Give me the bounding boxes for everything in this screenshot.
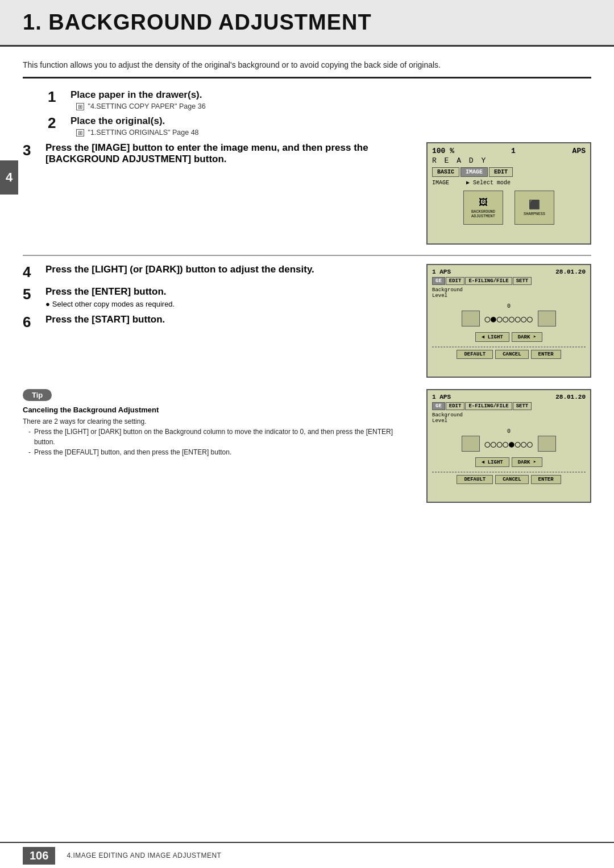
- step-2-title: Place the original(s).: [70, 115, 591, 127]
- step-5-content: Press the [ENTER] button. ● Select other…: [45, 286, 415, 308]
- tip-item-2: Press the [DEFAULT] button, and then pre…: [28, 447, 415, 457]
- step-5-title: Press the [ENTER] button.: [45, 286, 415, 297]
- lcd1-top-bar: 100 % 1 APS: [432, 147, 586, 155]
- lcd2-small-box-left: [462, 311, 480, 326]
- lcd3-label: BackgroundLevel: [432, 412, 586, 424]
- tip-intro: There are 2 ways for clearing the settin…: [23, 416, 415, 427]
- step-5-number: 5: [23, 286, 41, 303]
- lcd1-icon-sharpness[interactable]: ⬛ SHARPNESS: [515, 191, 554, 225]
- step-1-number: 1: [48, 89, 66, 105]
- lcd2-tabs: GE EDIT E-FILING/FILE SETT: [432, 277, 586, 285]
- lcd2-bottom-btns: DEFAULT CANCEL ENTER: [432, 350, 586, 359]
- lcd3-dots: ○○○○●○○○: [484, 439, 533, 449]
- lcd3-tab-efiling[interactable]: E-FILING/FILE: [465, 402, 512, 410]
- step-4-number: 4: [23, 264, 41, 280]
- step-1-row: 1 Place paper in the drawer(s). ⊞ "4.SET…: [48, 89, 591, 110]
- lcd1-tab-edit[interactable]: EDIT: [489, 167, 513, 177]
- lcd1-tab-basic[interactable]: BASIC: [432, 167, 459, 177]
- tip-badge: Tip: [23, 389, 52, 401]
- lcd1-tab-image[interactable]: IMAGE: [460, 167, 488, 177]
- lcd3-tab-edit[interactable]: EDIT: [446, 402, 465, 410]
- lcd1-nav-row: IMAGE ▶ Select mode: [432, 179, 586, 186]
- step-4-content: Press the [LIGHT] (or [DARK]) button to …: [45, 264, 415, 275]
- intro-text: This function allows you to adjust the d…: [23, 47, 591, 78]
- lcd3-light-dark-btns: ◄ LIGHT DARK ➤: [432, 457, 586, 467]
- lcd3-tab-ge[interactable]: GE: [432, 402, 445, 410]
- side-tab: 4: [0, 160, 18, 195]
- step-5-row: 5 Press the [ENTER] button. ● Select oth…: [23, 286, 415, 308]
- step-2-row: 2 Place the original(s). ⊞ "1.SETTING OR…: [48, 115, 591, 137]
- lcd2-tab-efiling[interactable]: E-FILING/FILE: [465, 277, 512, 285]
- lcd3-tabs: GE EDIT E-FILING/FILE SETT: [432, 402, 586, 410]
- lcd1-copies: 1: [511, 147, 516, 155]
- lcd3-indicator: ○○○○●○○○: [432, 436, 586, 452]
- lcd2-cancel-btn[interactable]: CANCEL: [495, 350, 528, 359]
- lcd1-aps: APS: [572, 147, 586, 155]
- step-3-row: 3 Press the [IMAGE] button to enter the …: [23, 142, 591, 245]
- tip-section: Tip Canceling the Background Adjustment …: [23, 389, 591, 503]
- step-2-number: 2: [48, 115, 66, 131]
- lcd2-top-bar: 1 APS 28.01.20: [432, 268, 586, 275]
- lcd2-default-btn[interactable]: DEFAULT: [457, 350, 493, 359]
- lcd-screen-3: 1 APS 28.01.20 GE EDIT E-FILING/FILE SET…: [426, 389, 591, 503]
- lcd3-cancel-btn[interactable]: CANCEL: [495, 475, 528, 484]
- step-3-lcd: 100 % 1 APS R E A D Y BASIC IMAGE EDIT I…: [426, 142, 591, 245]
- divider-1: [23, 255, 591, 256]
- lcd2-enter-btn[interactable]: ENTER: [531, 350, 561, 359]
- page-header: 1. BACKGROUND ADJUSTMENT: [0, 0, 614, 47]
- step-4-title: Press the [LIGHT] (or [DARK]) button to …: [45, 264, 415, 275]
- lcd3-big-box-right: [538, 436, 556, 452]
- lcd-screen-2: 1 APS 28.01.20 GE EDIT E-FILING/FILE SET…: [426, 264, 591, 378]
- steps-456-area: 4 Press the [LIGHT] (or [DARK]) button t…: [23, 264, 591, 378]
- lcd3-bottom-btns: DEFAULT CANCEL ENTER: [432, 475, 586, 484]
- lcd2-light-btn[interactable]: ◄ LIGHT: [475, 332, 509, 342]
- lcd3-tab-sett[interactable]: SETT: [513, 402, 532, 410]
- lcd3-top-bar: 1 APS 28.01.20: [432, 394, 586, 400]
- lcd1-percent: 100 %: [432, 147, 454, 155]
- lcd2-date: 28.01.20: [555, 268, 586, 275]
- page-title: 1. BACKGROUND ADJUSTMENT: [23, 10, 591, 35]
- step-3-number: 3: [23, 142, 41, 159]
- step-3-left: 3 Press the [IMAGE] button to enter the …: [23, 142, 415, 170]
- ref-icon-1: ⊞: [76, 103, 84, 110]
- footer-page-number: 106: [23, 847, 55, 865]
- lcd1-bg-label: BACKGROUNDADJUSTMENT: [471, 209, 495, 218]
- lcd3-dark-btn[interactable]: DARK ➤: [512, 457, 542, 467]
- lcd3-date: 28.01.20: [555, 394, 586, 400]
- step-5-bullet: ● Select other copy modes as required.: [45, 300, 415, 308]
- steps-1-2-area: 1 Place paper in the drawer(s). ⊞ "4.SET…: [48, 89, 591, 137]
- lcd2-big-box-right: [538, 311, 556, 326]
- lcd2-zero: 0: [432, 303, 586, 309]
- tip-left: Tip Canceling the Background Adjustment …: [23, 389, 415, 457]
- step-3-title: Press the [IMAGE] button to enter the im…: [45, 142, 415, 165]
- lcd2-tab-sett[interactable]: SETT: [513, 277, 532, 285]
- step-6-number: 6: [23, 314, 41, 330]
- footer-text: 4.IMAGE EDITING AND IMAGE ADJUSTMENT: [67, 852, 221, 859]
- lcd1-tabs: BASIC IMAGE EDIT: [432, 167, 586, 177]
- lcd1-ready: R E A D Y: [432, 156, 586, 165]
- lcd3-default-btn[interactable]: DEFAULT: [457, 475, 493, 484]
- lcd1-icons-row: 🖼 BACKGROUNDADJUSTMENT ⬛ SHARPNESS: [432, 191, 586, 225]
- lcd2-light-dark-btns: ◄ LIGHT DARK ➤: [432, 332, 586, 342]
- lcd3-enter-btn[interactable]: ENTER: [531, 475, 561, 484]
- step-6-content: Press the [START] button.: [45, 314, 415, 325]
- step-1-ref: ⊞ "4.SETTING COPY PAPER" Page 36: [76, 102, 591, 110]
- lcd3-zero: 0: [432, 428, 586, 435]
- tip-item-1: Press the [LIGHT] or [DARK] button on th…: [28, 427, 415, 447]
- step-1-content: Place paper in the drawer(s). ⊞ "4.SETTI…: [70, 89, 591, 110]
- content-area: 4 This function allows you to adjust the…: [0, 47, 614, 503]
- steps-456-left: 4 Press the [LIGHT] (or [DARK]) button t…: [23, 264, 415, 336]
- lcd2-dark-btn[interactable]: DARK ➤: [512, 332, 542, 342]
- lcd3-light-btn[interactable]: ◄ LIGHT: [475, 457, 509, 467]
- lcd1-sharpness-label: SHARPNESS: [524, 212, 545, 216]
- lcd2-tab-edit[interactable]: EDIT: [446, 277, 465, 285]
- tip-lcd: 1 APS 28.01.20 GE EDIT E-FILING/FILE SET…: [426, 389, 591, 503]
- step-2-content: Place the original(s). ⊞ "1.SETTING ORIG…: [70, 115, 591, 137]
- lcd1-icon-background[interactable]: 🖼 BACKGROUNDADJUSTMENT: [463, 191, 503, 225]
- step-456-lcd: 1 APS 28.01.20 GE EDIT E-FILING/FILE SET…: [426, 264, 591, 378]
- step-3-content: Press the [IMAGE] button to enter the im…: [45, 142, 415, 165]
- lcd2-tab-ge[interactable]: GE: [432, 277, 445, 285]
- lcd1-nav-mode: ▶ Select mode: [466, 180, 511, 186]
- lcd2-indicator: ○●○○○○○○: [432, 311, 586, 326]
- lcd1-nav: IMAGE: [432, 180, 449, 186]
